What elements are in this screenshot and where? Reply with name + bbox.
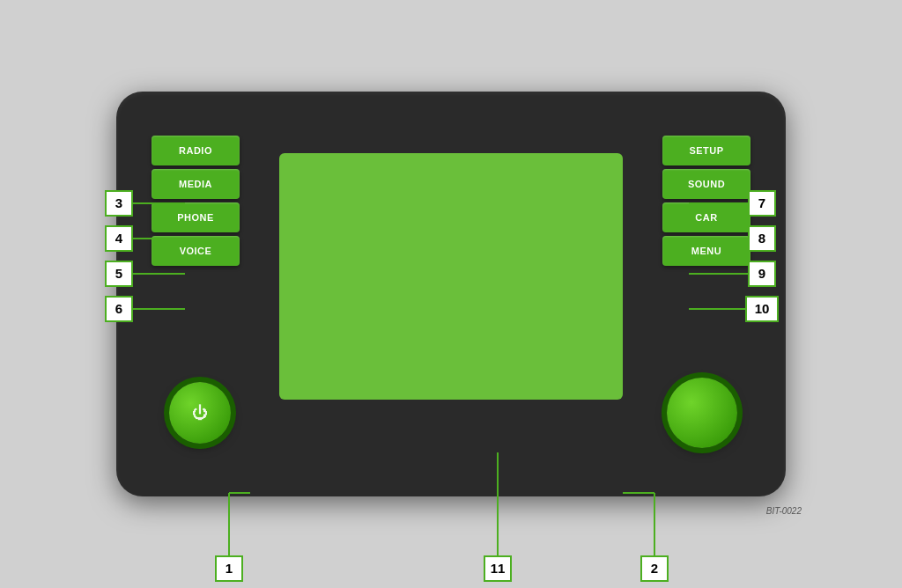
radio-button[interactable]: RADIO <box>152 136 240 165</box>
unit-container: RADIO MEDIA PHONE VOICE SETUP SOUND CAR … <box>90 65 812 523</box>
power-knob[interactable] <box>169 382 231 444</box>
media-button[interactable]: MEDIA <box>152 169 240 199</box>
menu-button[interactable]: MENU <box>662 236 750 266</box>
device-body: RADIO MEDIA PHONE VOICE SETUP SOUND CAR … <box>116 92 786 496</box>
diagram-code: BIT-0022 <box>766 506 802 516</box>
svg-rect-0 <box>216 556 242 581</box>
control-knob[interactable] <box>667 378 737 448</box>
svg-rect-4 <box>641 556 668 581</box>
voice-button[interactable]: VOICE <box>152 236 240 266</box>
left-button-group: RADIO MEDIA PHONE VOICE <box>152 136 240 266</box>
svg-text:1: 1 <box>226 561 233 576</box>
phone-button[interactable]: PHONE <box>152 202 240 232</box>
svg-rect-32 <box>484 556 511 581</box>
sound-button[interactable]: SOUND <box>662 169 750 199</box>
svg-text:11: 11 <box>491 561 506 576</box>
svg-text:2: 2 <box>651 561 658 576</box>
car-button[interactable]: CAR <box>662 202 750 232</box>
touchscreen-display[interactable] <box>279 153 623 400</box>
right-button-group: SETUP SOUND CAR MENU <box>662 136 750 266</box>
setup-button[interactable]: SETUP <box>662 136 750 165</box>
